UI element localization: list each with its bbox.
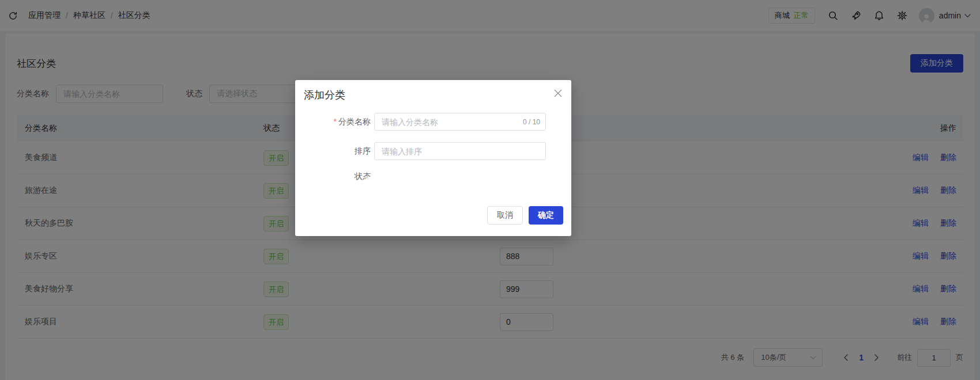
dialog-title: 添加分类 [304,88,345,102]
confirm-button[interactable]: 确定 [529,206,563,225]
dialog-sort-label: 排序 [304,146,371,157]
toggle-knob [364,178,373,187]
add-category-dialog: 添加分类 *分类名称 0 / 10 排序 状态 [295,80,571,236]
required-mark: * [334,117,337,126]
dialog-sort-input[interactable] [374,142,546,160]
char-counter: 0 / 10 [523,118,540,126]
close-icon[interactable] [553,88,563,98]
dialog-name-label: *分类名称 [304,117,371,127]
dialog-status-label: 状态 [304,172,371,182]
dialog-name-input[interactable] [374,113,546,131]
cancel-button[interactable]: 取消 [487,206,523,225]
